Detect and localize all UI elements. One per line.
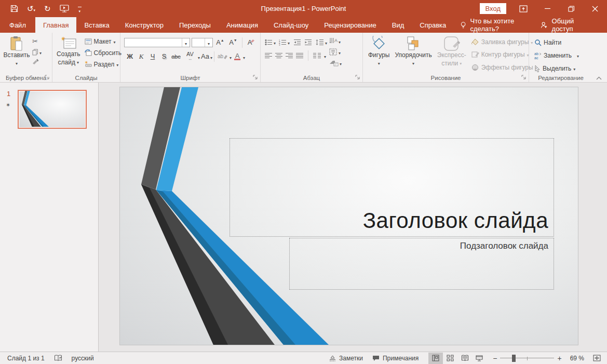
normal-view-button[interactable]	[428, 353, 443, 364]
grow-font-button[interactable]: A▲	[214, 37, 226, 48]
slideshow-view-button[interactable]	[472, 353, 487, 364]
slide-title-text[interactable]: Заголовок слайда	[363, 208, 554, 236]
strikethrough-button[interactable]: abc	[170, 51, 182, 62]
redo-button[interactable]	[44, 4, 51, 14]
line-spacing-button[interactable]	[316, 39, 324, 46]
bullets-dropdown[interactable]	[274, 37, 276, 47]
minimize-button[interactable]	[535, 0, 559, 17]
numbering-dropdown[interactable]	[288, 37, 290, 47]
cut-button[interactable]: ✂	[32, 38, 42, 45]
drawing-dialog-launcher[interactable]	[521, 75, 527, 80]
save-icon[interactable]	[10, 5, 18, 12]
numbering-button[interactable]: 123	[279, 39, 287, 46]
find-button[interactable]: Найти	[534, 37, 590, 48]
tab-view[interactable]: Вид	[384, 17, 412, 33]
character-spacing-button[interactable]: AV↔	[182, 51, 198, 62]
zoom-level-button[interactable]: 69 %	[566, 352, 588, 364]
shapes-button[interactable]: Фигуры	[368, 36, 389, 73]
notes-toggle[interactable]: Заметки	[325, 352, 368, 364]
format-painter-button[interactable]	[32, 59, 42, 65]
customize-qat-button[interactable]	[78, 5, 82, 12]
zoom-in-button[interactable]: +	[554, 352, 565, 364]
title-placeholder[interactable]: Заголовок слайда	[230, 138, 554, 237]
shape-effects-button[interactable]: Эффекты фигуры	[471, 62, 537, 73]
font-name-combo[interactable]	[124, 38, 190, 47]
clear-formatting-button[interactable]: A	[246, 37, 257, 48]
tab-animations[interactable]: Анимация	[219, 17, 266, 33]
slide-canvas[interactable]: Заголовок слайда Подзаголовок слайда	[119, 87, 578, 345]
paste-button[interactable]: Вставить	[4, 36, 29, 73]
zoom-out-button[interactable]: −	[487, 352, 500, 364]
fit-slide-button[interactable]	[588, 352, 607, 364]
shapes-dropdown-icon[interactable]	[378, 59, 380, 68]
zoom-slider-thumb[interactable]	[512, 355, 516, 362]
zoom-slider[interactable]	[500, 353, 554, 364]
columns-dropdown[interactable]	[324, 51, 326, 60]
font-color-button[interactable]: A	[232, 51, 243, 62]
tab-home[interactable]: Главная	[35, 17, 76, 33]
italic-button[interactable]: К	[136, 51, 147, 62]
tab-insert[interactable]: Вставка	[76, 17, 117, 33]
slide-thumbnail[interactable]	[18, 90, 87, 129]
tab-help[interactable]: Справка	[412, 17, 454, 33]
tab-review[interactable]: Рецензирование	[316, 17, 384, 33]
ribbon-display-options-button[interactable]	[511, 0, 535, 17]
line-spacing-dropdown[interactable]	[325, 37, 327, 47]
font-size-combo[interactable]	[192, 38, 213, 47]
justify-button[interactable]	[296, 52, 303, 59]
increase-indent-button[interactable]	[304, 39, 312, 46]
font-dialog-launcher[interactable]	[253, 75, 258, 80]
start-slideshow-button[interactable]	[60, 5, 69, 12]
subtitle-placeholder[interactable]: Подзаголовок слайда	[289, 238, 554, 290]
reading-view-button[interactable]	[457, 353, 472, 364]
change-case-button[interactable]: Aa	[200, 51, 210, 62]
layout-button[interactable]: Макет	[85, 36, 122, 47]
tellme-box[interactable]: Что вы хотите сделать?	[460, 17, 541, 33]
bold-button[interactable]: Ж	[124, 51, 136, 62]
spellcheck-button[interactable]	[49, 352, 67, 364]
section-button[interactable]: ✷ Раздел	[85, 59, 122, 70]
slide-counter[interactable]: Слайд 1 из 1	[0, 352, 49, 364]
clipboard-dialog-launcher[interactable]	[45, 75, 50, 80]
tab-file[interactable]: Файл	[0, 17, 35, 33]
align-right-button[interactable]	[286, 52, 293, 59]
quick-styles-button[interactable]: Экспресс- стили	[437, 36, 466, 73]
text-shadow-button[interactable]: S	[158, 51, 170, 62]
share-button[interactable]: Общий доступ	[541, 17, 607, 33]
close-button[interactable]	[583, 0, 607, 17]
convert-smartart-button[interactable]	[329, 58, 342, 68]
arrange-button[interactable]: Упорядочить	[395, 36, 431, 73]
undo-button[interactable]	[27, 4, 35, 14]
arrange-dropdown-icon[interactable]	[412, 59, 414, 68]
bullets-button[interactable]	[265, 39, 273, 46]
columns-button[interactable]	[313, 52, 321, 59]
highlight-color-button[interactable]: ab	[216, 51, 230, 62]
paste-dropdown-icon[interactable]	[16, 59, 18, 68]
align-text-button[interactable]	[329, 47, 342, 57]
shape-fill-button[interactable]: Заливка фигуры	[471, 37, 537, 47]
shrink-font-button[interactable]: A▼	[227, 37, 239, 48]
underline-button[interactable]: Ч	[147, 51, 158, 62]
tab-transitions[interactable]: Переходы	[171, 17, 219, 33]
text-direction-button[interactable]: A	[329, 36, 342, 46]
align-center-button[interactable]	[275, 52, 282, 59]
decrease-indent-button[interactable]	[293, 39, 301, 46]
undo-dropdown-icon[interactable]	[34, 4, 36, 14]
paragraph-dialog-launcher[interactable]	[355, 75, 360, 80]
tab-design[interactable]: Конструктор	[117, 17, 171, 33]
tab-slideshow[interactable]: Слайд-шоу	[266, 17, 316, 33]
slide-thumbnail-panel[interactable]: 1	[0, 83, 99, 352]
change-case-dropdown[interactable]	[210, 52, 212, 61]
select-button[interactable]: Выделить	[534, 63, 590, 74]
collapse-ribbon-button[interactable]	[596, 76, 602, 80]
slide-sorter-view-button[interactable]	[443, 353, 457, 364]
font-color-dropdown[interactable]	[243, 52, 245, 61]
signin-button[interactable]: Вход	[480, 3, 506, 14]
shape-outline-button[interactable]: Контур фигуры	[471, 49, 537, 60]
restore-button[interactable]	[559, 0, 583, 17]
replace-button[interactable]: abac Заменить	[534, 50, 590, 61]
align-left-button[interactable]	[265, 52, 272, 59]
comments-toggle[interactable]: Примечания	[368, 352, 423, 364]
slide-subtitle-text[interactable]: Подзаголовок слайда	[460, 238, 554, 251]
language-button[interactable]: русский	[67, 352, 99, 364]
